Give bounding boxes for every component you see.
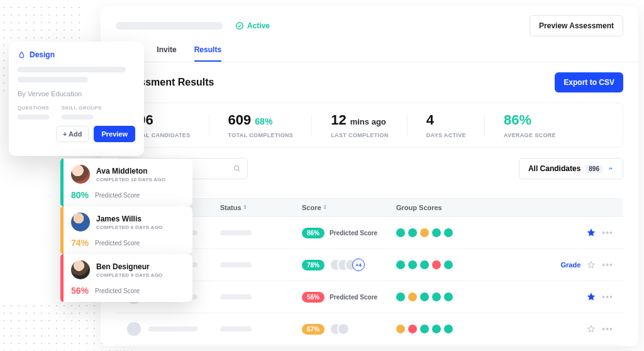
filter-label: All Candidates [528, 164, 580, 173]
col-groups: Group Scores [396, 204, 613, 211]
score-pill: 56% [302, 292, 325, 303]
tab-results[interactable]: Results [194, 45, 221, 62]
more-graders[interactable]: +4 [352, 259, 365, 271]
avatar [126, 321, 142, 337]
star-icon[interactable] [587, 325, 596, 333]
score-cell: 56%Predicted Score [302, 292, 396, 303]
stat-label: AVERAGE SCORE [504, 132, 556, 138]
add-button[interactable]: + Add [56, 126, 89, 142]
stats-bar: 896 TOTAL CANDIDATES 609 68% TOTAL COMPL… [116, 103, 623, 148]
status-cell [220, 294, 302, 299]
group-score-dot [408, 228, 417, 237]
tab-invite[interactable]: Invite [157, 45, 176, 62]
stat-last-completion: 12 mins ago LAST COMPLETION [331, 112, 407, 138]
stat-label: DAYS ACTIVE [426, 132, 466, 138]
stat-label: LAST COMPLETION [331, 132, 388, 138]
group-score-dot [396, 292, 405, 301]
stat-unit: mins ago [350, 117, 386, 126]
group-score-dot [432, 228, 441, 237]
predicted-score-label: Predicted Score [95, 192, 140, 199]
status-placeholder [220, 294, 252, 299]
design-card: Design By Vervoe Education QUESTIONS SKI… [9, 42, 144, 156]
group-score-dot [432, 292, 441, 301]
avatar [71, 260, 90, 279]
candidates-filter-dropdown[interactable]: All Candidates 896 [519, 158, 623, 179]
candidate-pct: 74% [71, 238, 89, 248]
row-actions: ••• [587, 228, 613, 238]
more-actions-icon[interactable]: ••• [602, 324, 613, 334]
candidate-card[interactable]: Ben Designeur COMPLETED 9 DAYS AGO 56% P… [60, 254, 192, 302]
more-actions-icon[interactable]: ••• [602, 228, 613, 238]
candidate-name: James Willis [96, 214, 163, 223]
preview-button[interactable]: Preview [94, 126, 135, 142]
status-cell [220, 262, 302, 267]
col-status[interactable]: Status [220, 204, 302, 211]
status-active: Active [235, 21, 270, 30]
more-actions-icon[interactable]: ••• [602, 260, 613, 270]
candidate-card[interactable]: James Willis COMPLETED 6 DAYS AGO 74% Pr… [60, 206, 192, 254]
name-cell [126, 321, 220, 337]
grade-link[interactable]: Grade [560, 261, 580, 269]
group-scores-cell [396, 260, 560, 269]
stat-days-active: 4 DAYS ACTIVE [426, 112, 485, 138]
predicted-score-label: Predicted Score [330, 294, 377, 301]
candidate-completion: COMPLETED 9 DAYS AGO [96, 272, 163, 278]
skill-groups-label: SKILL GROUPS [62, 105, 102, 111]
group-score-dot [444, 228, 453, 237]
grader-avatars [330, 323, 350, 335]
group-score-dot [444, 260, 453, 269]
group-score-dot [444, 325, 453, 333]
stat-value: 609 [228, 112, 252, 128]
group-score-dot [408, 325, 417, 333]
design-card-columns: QUESTIONS SKILL GROUPS [18, 105, 135, 120]
stat-value: 12 [331, 112, 346, 128]
group-score-dot [396, 325, 405, 333]
group-score-dot [420, 325, 429, 333]
status-cell [220, 326, 302, 332]
candidate-card[interactable]: Ava Middleton COMPLETED 10 DAYS AGO 80% … [60, 159, 192, 206]
design-skel-line [18, 67, 126, 72]
design-card-header: Design [18, 50, 135, 59]
predicted-score-label: Predicted Score [95, 240, 140, 247]
star-icon[interactable] [587, 260, 596, 269]
status-placeholder [220, 230, 252, 235]
score-pill: 86% [302, 228, 325, 238]
design-skel-line [18, 77, 88, 82]
stat-average-score: 86% AVERAGE SCORE [504, 112, 575, 138]
more-actions-icon[interactable]: ••• [602, 292, 613, 302]
avatar [71, 213, 90, 231]
tabs: Create Invite Results [101, 36, 638, 62]
candidate-name: Ben Designeur [96, 262, 163, 271]
search-icon [233, 164, 242, 173]
name-placeholder [148, 326, 197, 332]
star-icon[interactable] [587, 292, 596, 301]
table-row[interactable]: 67%••• [116, 313, 623, 345]
preview-assessment-button[interactable]: Preview Assessment [530, 15, 623, 36]
candidate-name: Ava Middleton [96, 167, 165, 176]
main-header: Active Preview Assessment [101, 6, 638, 36]
design-byline: By Vervoe Education [18, 90, 135, 98]
filter-count: 896 [586, 165, 602, 173]
candidate-pct: 80% [71, 190, 89, 200]
group-score-dot [432, 260, 441, 269]
row-actions: ••• [587, 292, 613, 302]
score-cell: 78%+4 [302, 259, 396, 271]
grader-avatars: +4 [330, 259, 365, 271]
assessment-title-placeholder [116, 22, 223, 30]
design-skel [62, 114, 93, 120]
group-scores-cell [396, 325, 587, 333]
row-actions: ••• [587, 324, 613, 334]
table-row[interactable]: AR82Predicted Score••• [116, 345, 623, 346]
group-score-dot [420, 260, 429, 269]
status-placeholder [220, 326, 252, 332]
star-icon[interactable] [587, 228, 596, 237]
design-card-footer: + Add Preview [18, 126, 135, 142]
export-csv-button[interactable]: Export to CSV [555, 72, 623, 92]
stat-label: TOTAL COMPLETIONS [228, 132, 294, 138]
group-score-dot [420, 292, 429, 301]
check-circle-icon [235, 21, 244, 30]
design-card-title: Design [30, 50, 55, 59]
group-score-dot [420, 228, 429, 237]
stat-pct: 68% [255, 116, 272, 126]
col-score[interactable]: Score [302, 204, 396, 211]
